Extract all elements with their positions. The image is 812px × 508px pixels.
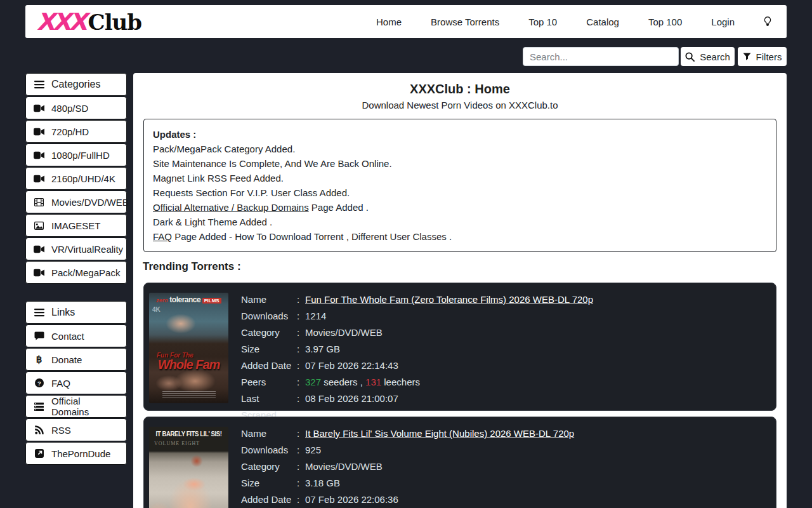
sidebar-item-label: Donate: [51, 354, 82, 365]
torrent-row-category: Category : Movies/DVD/WEB: [241, 458, 776, 475]
video-camera-icon: [33, 245, 45, 253]
theme-toggle-button[interactable]: [764, 17, 771, 27]
main-nav: Home Browse Torrents Top 10 Catalog Top …: [376, 17, 771, 27]
torrent-row-name: Name : Fun For The Whole Fam (Zero Toler…: [241, 291, 776, 308]
search-button[interactable]: Search: [681, 47, 735, 66]
page-title: XXXClub : Home: [133, 73, 787, 97]
nav-top-100[interactable]: Top 100: [648, 17, 682, 27]
sidebar-item-label: Movies/DVD/WEB: [51, 197, 129, 208]
torrent-row-added-date: Added Date : 07 Feb 2026 22:14:43: [241, 358, 776, 374]
field-value: 07 Feb 2026 22:14:43: [305, 358, 398, 374]
updates-box: Updates : Pack/MegaPack Category Added. …: [143, 119, 776, 252]
search-button-label: Search: [700, 51, 730, 62]
sidebar-item-official-domains[interactable]: Official Domains: [25, 395, 127, 418]
links-section-header: Links: [25, 301, 127, 324]
torrent-name-link[interactable]: Fun For The Whole Fam (Zero Tolerance Fi…: [305, 291, 593, 308]
updates-title: Updates :: [153, 127, 767, 142]
rss-icon: [33, 425, 45, 434]
sidebar-item-imageset[interactable]: IMAGESET: [25, 214, 127, 237]
video-camera-icon: [33, 104, 45, 112]
sidebar-item-1080p-fullhd[interactable]: 1080p/FullHD: [25, 144, 127, 166]
field-colon: :: [297, 458, 305, 475]
field-value: 3.18 GB: [305, 475, 340, 491]
field-label: Name: [241, 425, 297, 442]
field-value: Movies/DVD/WEB: [305, 458, 383, 475]
field-colon: :: [297, 374, 305, 391]
sidebar-item-label: 720p/HD: [51, 126, 89, 137]
field-label: Downloads: [241, 308, 297, 324]
question-circle-icon: ?: [33, 378, 45, 387]
sidebar-section-gap: [25, 284, 127, 301]
torrent-poster-thumbnail[interactable]: zero tolerance FILMS 4K Fun For The Whol…: [149, 293, 228, 403]
sidebar-item-720p-hd[interactable]: 720p/HD: [25, 120, 127, 143]
poster-subtitle: VOLUME EIGHT: [154, 441, 200, 446]
video-camera-icon: [33, 175, 45, 183]
torrent-row-downloads: Downloads : 1214: [241, 308, 776, 324]
torrent-row-category: Category : Movies/DVD/WEB: [241, 324, 776, 341]
updates-text: Site Maintenance Is Complete, And We Are…: [153, 158, 392, 169]
hamburger-icon: [33, 308, 45, 317]
search-input[interactable]: [523, 47, 679, 66]
torrent-details: Name : It Barely Fits Lil' Sis Volume Ei…: [241, 417, 776, 508]
external-link-icon: [33, 449, 45, 458]
sidebar-item-480p-sd[interactable]: 480p/SD: [25, 97, 127, 119]
field-label: Peers: [241, 374, 297, 391]
categories-section-header: Categories: [25, 73, 127, 96]
torrent-row-added-date: Added Date : 07 Feb 2026 22:06:36: [241, 491, 776, 508]
updates-text: Magnet Link RSS Feed Added.: [153, 173, 284, 184]
torrent-poster-thumbnail[interactable]: IT BARELY FITS LIL' SIS! VOLUME EIGHT: [149, 427, 228, 508]
field-label: Size: [241, 341, 297, 358]
sidebar-item-contact[interactable]: Contact: [25, 324, 127, 347]
field-colon: :: [297, 358, 305, 374]
field-value: Movies/DVD/WEB: [305, 324, 383, 341]
seeders-count: 327: [305, 377, 321, 387]
field-label: Downloads: [241, 442, 297, 458]
nav-home[interactable]: Home: [376, 17, 402, 27]
sidebar-item-faq[interactable]: ? FAQ: [25, 371, 127, 394]
torrent-name-link[interactable]: It Barely Fits Lil' Sis Volume Eight (Nu…: [305, 425, 574, 442]
video-camera-icon: [33, 151, 45, 159]
sidebar-item-label: IMAGESET: [51, 220, 101, 231]
field-label: Added Date: [241, 491, 297, 508]
nav-login[interactable]: Login: [711, 17, 735, 27]
sidebar-item-label: VR/VirtualReality: [51, 244, 123, 255]
field-colon: :: [297, 341, 305, 358]
sidebar-item-pack-megapack[interactable]: Pack/MegaPack: [25, 261, 127, 284]
sidebar-item-rss[interactable]: RSS: [25, 418, 127, 441]
updates-line: FAQ Page Added - How To Download Torrent…: [153, 229, 767, 244]
chat-bubble-icon: [33, 331, 45, 340]
nav-catalog[interactable]: Catalog: [586, 17, 619, 27]
bitcoin-icon: ฿: [33, 354, 45, 365]
sidebar-item-movies-dvd-web[interactable]: Movies/DVD/WEB: [25, 190, 127, 213]
leechers-count: 131: [365, 377, 381, 387]
sidebar-item-label: 480p/SD: [51, 103, 88, 114]
field-label: Name: [241, 291, 297, 308]
faq-link[interactable]: FAQ: [153, 231, 172, 242]
updates-line: Requests Section For V.I.P. User Class A…: [153, 185, 767, 200]
image-icon: [33, 222, 45, 230]
site-logo[interactable]: XXXClub: [37, 8, 141, 36]
nav-browse-torrents[interactable]: Browse Torrents: [431, 17, 499, 27]
magnifier-icon: [685, 52, 695, 62]
page-subtitle: Download Newest Porn Videos on XXXClub.t…: [133, 100, 787, 110]
svg-text:?: ?: [37, 380, 41, 387]
official-domains-link[interactable]: Official Alternative / Backup Domains: [153, 202, 309, 213]
updates-line: Magnet Link RSS Feed Added.: [153, 171, 767, 185]
sidebar-item-theporndude[interactable]: ThePornDude: [25, 442, 127, 465]
updates-line: Site Maintenance Is Complete, And We Are…: [153, 156, 767, 171]
sidebar: Categories 480p/SD 720p/HD 1080p/FullHD …: [25, 73, 127, 465]
sidebar-item-2160p-uhd-4k[interactable]: 2160p/UHD/4K: [25, 167, 127, 190]
sidebar-item-label: FAQ: [51, 378, 70, 389]
logo-xxx-text: XXX: [37, 8, 86, 36]
field-colon: :: [297, 475, 305, 491]
torrent-card: IT BARELY FITS LIL' SIS! VOLUME EIGHT Na…: [143, 417, 776, 508]
torrent-row-name: Name : It Barely Fits Lil' Sis Volume Ei…: [241, 425, 776, 442]
search-bar: Search Filters: [523, 47, 787, 66]
nav-top-10[interactable]: Top 10: [528, 17, 557, 27]
film-icon: [33, 198, 45, 206]
sidebar-item-vr-virtualreality[interactable]: VR/VirtualReality: [25, 237, 127, 260]
sidebar-item-donate[interactable]: ฿ Donate: [25, 348, 127, 371]
field-colon: :: [297, 442, 305, 458]
filters-button[interactable]: Filters: [738, 47, 787, 66]
field-value: 07 Feb 2026 22:06:36: [305, 491, 398, 508]
